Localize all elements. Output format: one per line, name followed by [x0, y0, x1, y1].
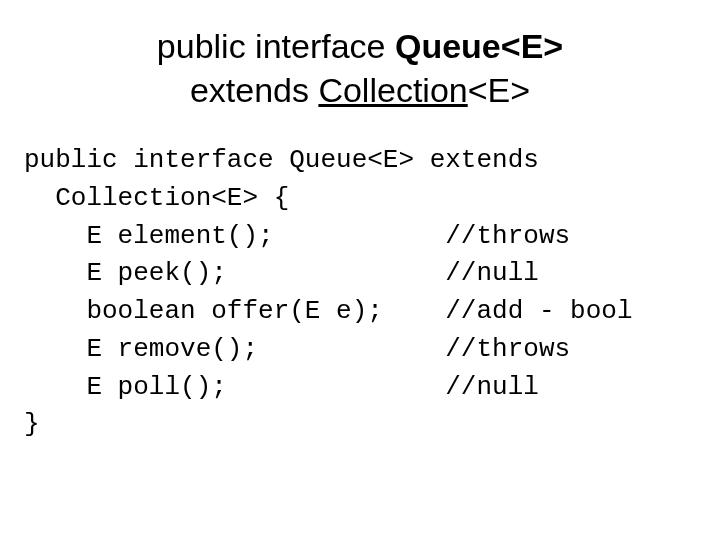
code-line-2: Collection<E> { [24, 183, 289, 213]
code-line-4: E peek(); //null [24, 258, 539, 288]
title-line2-suffix: <E> [468, 71, 530, 109]
code-line-8: } [24, 409, 40, 439]
code-line-5: boolean offer(E e); //add - bool [24, 296, 633, 326]
code-block: public interface Queue<E> extends Collec… [24, 142, 696, 444]
code-line-6: E remove(); //throws [24, 334, 570, 364]
title-line1-bold: Queue<E> [395, 27, 563, 65]
code-line-3: E element(); //throws [24, 221, 570, 251]
slide: public interface Queue<E> extends Collec… [0, 0, 720, 540]
slide-title: public interface Queue<E> extends Collec… [24, 24, 696, 112]
code-line-7: E poll(); //null [24, 372, 539, 402]
code-line-1: public interface Queue<E> extends [24, 145, 539, 175]
title-line2-prefix: extends [190, 71, 319, 109]
title-line1-prefix: public interface [157, 27, 395, 65]
title-line2-underlined: Collection [318, 71, 467, 109]
